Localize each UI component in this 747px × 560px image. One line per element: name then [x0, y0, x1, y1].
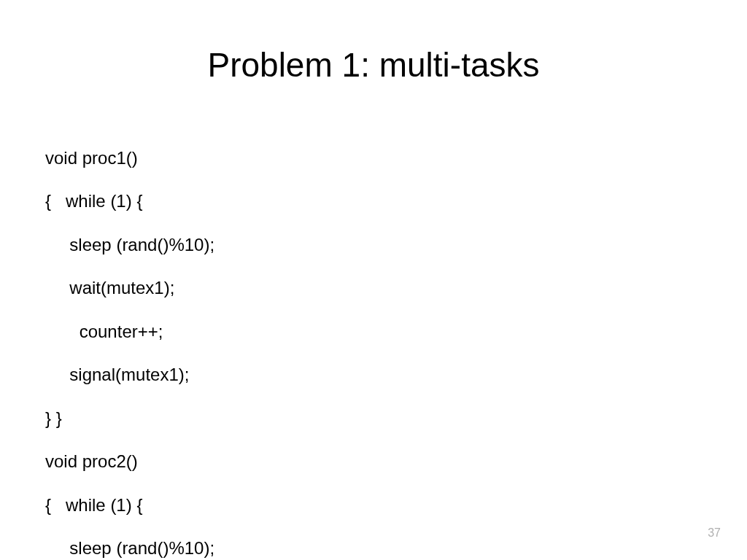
- page-number: 37: [708, 526, 721, 540]
- code-line: signal(mutex1);: [45, 364, 747, 386]
- code-line: } }: [45, 408, 747, 429]
- code-line: sleep (rand()%10);: [45, 537, 747, 559]
- code-line: wait(mutex1);: [45, 277, 747, 299]
- code-line: void proc2(): [45, 451, 747, 472]
- code-line: { while (1) {: [45, 494, 747, 516]
- code-line: counter++;: [45, 321, 747, 343]
- code-line: { while (1) {: [45, 190, 747, 212]
- code-block: void proc1() { while (1) { sleep (rand()…: [0, 90, 747, 560]
- code-line: sleep (rand()%10);: [45, 234, 747, 256]
- code-line: void proc1(): [45, 147, 747, 169]
- slide-title: Problem 1: multi-tasks: [0, 0, 747, 90]
